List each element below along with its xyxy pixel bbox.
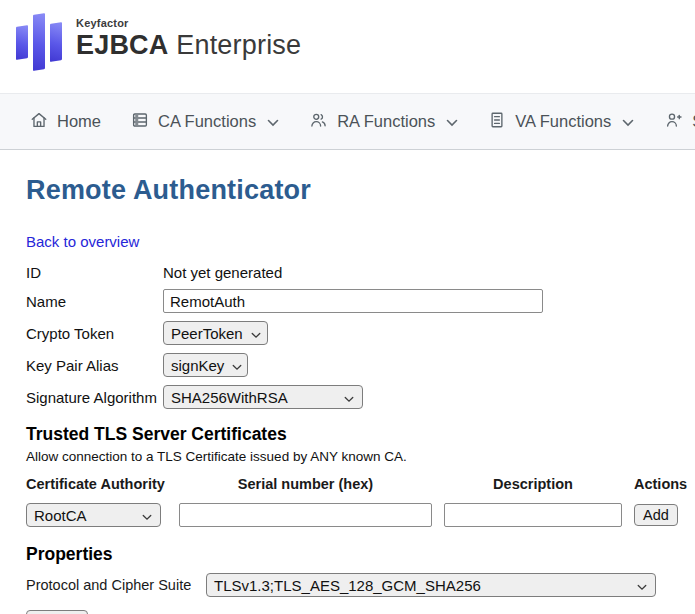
nav-label: VA Functions (515, 112, 611, 131)
chevron-down-icon (232, 357, 242, 374)
trusted-tls-subtext: Allow connection to a TLS Certificate is… (26, 449, 695, 464)
main-navbar: Home CA Functions RA Fu (0, 93, 695, 150)
table-row: RootCA Add (26, 503, 695, 527)
authenticator-form: ID Not yet generated Name Crypto Token P… (26, 264, 695, 409)
chevron-down-icon (267, 112, 279, 131)
col-description: Description (444, 476, 622, 492)
protocol-row: Protocol and Cipher Suite TLSv1.3;TLS_AE… (26, 573, 695, 597)
serial-number-input[interactable] (179, 503, 432, 527)
keyfactor-logo-icon (11, 10, 67, 74)
person-add-icon (664, 111, 683, 133)
id-label: ID (26, 264, 41, 281)
protocol-cipher-select[interactable]: TLSv1.3;TLS_AES_128_GCM_SHA256 (206, 573, 656, 597)
trusted-certs-table-header: Certificate Authority Serial number (hex… (26, 476, 695, 492)
main-content: Remote Authenticator Back to overview ID… (0, 150, 695, 614)
description-input[interactable] (444, 503, 622, 527)
certificate-authority-select[interactable]: RootCA (26, 503, 161, 527)
document-icon (488, 111, 506, 133)
key-pair-alias-selected-value: signKey (171, 357, 224, 374)
brand-ejbca: EJBCA (76, 30, 169, 60)
crypto-token-selected-value: PeerToken (171, 325, 243, 342)
chevron-down-icon (344, 389, 354, 406)
brand-keyfactor: Keyfactor (76, 17, 301, 29)
key-pair-alias-label: Key Pair Alias (26, 357, 119, 374)
nav-item-home[interactable]: Home (30, 111, 101, 133)
name-label: Name (26, 293, 66, 310)
back-to-overview-link[interactable]: Back to overview (26, 233, 139, 250)
nav-item-ra-functions[interactable]: RA Functions (309, 111, 458, 133)
col-actions: Actions (634, 476, 680, 492)
signature-algorithm-select[interactable]: SHA256WithRSA (163, 385, 363, 409)
nav-item-ca-functions[interactable]: CA Functions (131, 111, 279, 133)
trusted-certs-table: Certificate Authority Serial number (hex… (26, 476, 695, 527)
nav-label: RA Functions (337, 112, 435, 131)
brand-text: Keyfactor EJBCA Enterprise (76, 10, 301, 61)
name-input[interactable] (163, 289, 543, 313)
chevron-down-icon (142, 507, 152, 524)
protocol-label: Protocol and Cipher Suite (26, 577, 206, 593)
id-value: Not yet generated (163, 264, 282, 281)
signature-algorithm-label: Signature Algorithm (26, 389, 157, 406)
certificate-authority-selected-value: RootCA (34, 507, 87, 524)
protocol-cipher-selected-value: TLSv1.3;TLS_AES_128_GCM_SHA256 (214, 577, 481, 594)
chevron-down-icon (251, 325, 261, 342)
signature-algorithm-selected-value: SHA256WithRSA (171, 389, 288, 406)
crypto-token-select[interactable]: PeerToken (163, 321, 268, 345)
trusted-tls-heading: Trusted TLS Server Certificates (26, 424, 695, 445)
key-pair-alias-select[interactable]: signKey (163, 353, 248, 377)
crypto-token-label: Crypto Token (26, 325, 114, 342)
col-serial-number: Serial number (hex) (179, 476, 432, 492)
people-icon (309, 111, 328, 133)
brand-enterprise: Enterprise (169, 30, 302, 60)
nav-item-va-functions[interactable]: VA Functions (488, 111, 634, 133)
properties-heading: Properties (26, 544, 695, 565)
nav-item-supervision-functions[interactable]: Supervision Functions (664, 111, 695, 133)
chevron-down-icon (446, 112, 458, 131)
add-button[interactable]: Add (634, 504, 678, 526)
col-certificate-authority: Certificate Authority (26, 476, 167, 492)
nav-label: CA Functions (158, 112, 256, 131)
chevron-down-icon (637, 577, 647, 594)
chevron-down-icon (622, 112, 634, 131)
app-header: Keyfactor EJBCA Enterprise (0, 0, 695, 93)
server-icon (131, 111, 149, 133)
page-title: Remote Authenticator (26, 175, 695, 206)
nav-label: Home (57, 112, 101, 131)
create-button[interactable]: Create (26, 610, 88, 614)
home-icon (30, 111, 48, 133)
